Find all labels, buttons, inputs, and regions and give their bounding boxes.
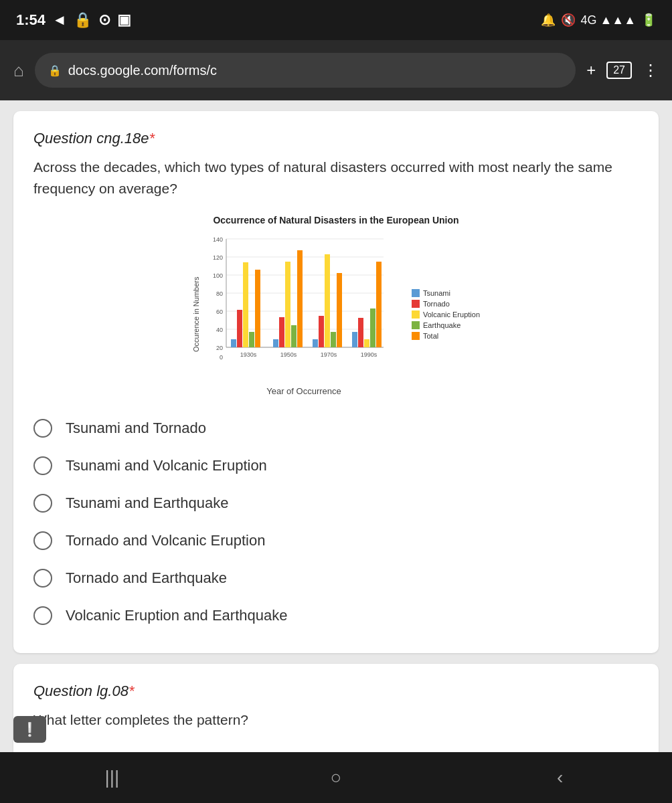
legend-total-label: Total xyxy=(423,332,438,340)
svg-rect-25 xyxy=(291,325,297,347)
feedback-button[interactable]: ❕ xyxy=(13,716,46,743)
svg-rect-32 xyxy=(352,332,357,347)
shield-icon: ⊙ xyxy=(98,11,110,29)
legend-tornado: Tornado xyxy=(412,300,480,308)
chart-title: Occurrence of Natural Disasters in the E… xyxy=(192,215,480,226)
y-axis-label: Occurence in Numbers xyxy=(192,232,200,396)
new-tab-icon[interactable]: + xyxy=(586,61,596,80)
browser-actions: + 27 ⋮ xyxy=(586,61,659,80)
option-tsunami-tornado[interactable]: Tsunami and Tornado xyxy=(33,410,639,447)
chart-container: Occurrence of Natural Disasters in the E… xyxy=(192,215,480,396)
legend-earthquake: Earthquake xyxy=(412,321,480,329)
chart-area: Occurence in Numbers xyxy=(192,232,480,396)
radio-tsunami-earthquake[interactable] xyxy=(33,494,52,513)
legend-volcanic-color xyxy=(412,310,420,319)
legend-tsunami-color xyxy=(412,289,420,297)
svg-rect-19 xyxy=(243,262,248,347)
svg-rect-27 xyxy=(313,339,318,347)
option-volcanic-earthquake[interactable]: Volcanic Eruption and Earthquake xyxy=(33,597,639,634)
status-bar: 1:54 ◄ 🔒 ⊙ ▣ 🔔 🔇 4G ▲▲▲ 🔋 xyxy=(0,0,672,40)
svg-text:1950s: 1950s xyxy=(280,351,297,358)
alarm-icon: 🔔 xyxy=(541,13,556,27)
svg-rect-31 xyxy=(337,273,342,347)
photo-icon: ▣ xyxy=(117,11,131,29)
url-bar[interactable]: 🔒 docs.google.com/forms/c xyxy=(35,53,576,88)
svg-rect-34 xyxy=(364,339,369,347)
signal-icon: 4G ▲▲▲ xyxy=(581,13,636,27)
svg-rect-28 xyxy=(319,316,324,347)
radio-tsunami-volcanic[interactable] xyxy=(33,456,52,475)
svg-rect-20 xyxy=(249,332,254,347)
option-tsunami-earthquake[interactable]: Tsunami and Earthquake xyxy=(33,484,639,522)
svg-text:140: 140 xyxy=(213,236,223,243)
question-1-card: Question cng.18e* Across the decades, wh… xyxy=(13,111,659,653)
svg-rect-17 xyxy=(231,339,236,347)
svg-rect-26 xyxy=(297,250,303,347)
svg-text:100: 100 xyxy=(213,272,223,279)
legend-tornado-color xyxy=(412,300,420,308)
svg-rect-29 xyxy=(325,254,330,347)
label-tornado-volcanic: Tornado and Volcanic Eruption xyxy=(66,532,265,549)
status-right: 🔔 🔇 4G ▲▲▲ 🔋 xyxy=(541,13,656,27)
legend-earthquake-color xyxy=(412,321,420,329)
page-content: Question cng.18e* Across the decades, wh… xyxy=(0,100,672,752)
option-tornado-earthquake[interactable]: Tornado and Earthquake xyxy=(33,559,639,597)
svg-text:20: 20 xyxy=(216,345,223,351)
bar-chart-svg: 140 120 100 80 60 40 20 0 xyxy=(203,232,397,379)
tab-count[interactable]: 27 xyxy=(606,62,632,79)
battery-icon: 🔋 xyxy=(641,13,656,27)
label-volcanic-earthquake: Volcanic Eruption and Earthquake xyxy=(66,607,287,624)
mute-icon: 🔇 xyxy=(561,13,576,27)
question-2-text: What letter completes the pattern? xyxy=(33,709,639,731)
label-tsunami-volcanic: Tsunami and Volcanic Eruption xyxy=(66,457,267,474)
location-icon: ◄ xyxy=(52,11,67,29)
question-2-card: Question lg.08* What letter completes th… xyxy=(13,664,659,752)
lock-icon: 🔒 xyxy=(74,11,92,29)
question-1-label: Question cng.18e* xyxy=(33,130,639,147)
legend-tornado-label: Tornado xyxy=(423,300,450,308)
back-nav-button[interactable]: ‹ xyxy=(540,757,580,798)
radio-tsunami-tornado[interactable] xyxy=(33,419,52,438)
radio-tornado-volcanic[interactable] xyxy=(33,531,52,550)
legend-tsunami-label: Tsunami xyxy=(423,289,450,297)
svg-rect-24 xyxy=(285,262,290,347)
label-tsunami-earthquake: Tsunami and Earthquake xyxy=(66,495,228,512)
more-options-icon[interactable]: ⋮ xyxy=(643,61,659,80)
legend-total: Total xyxy=(412,332,480,340)
svg-text:40: 40 xyxy=(216,327,223,333)
recent-apps-button[interactable]: ||| xyxy=(92,757,132,798)
radio-group: Tsunami and Tornado Tsunami and Volcanic… xyxy=(33,410,639,634)
svg-rect-30 xyxy=(331,332,336,347)
status-left: 1:54 ◄ 🔒 ⊙ ▣ xyxy=(16,11,131,29)
time: 1:54 xyxy=(16,11,46,29)
svg-rect-18 xyxy=(237,310,242,347)
svg-rect-36 xyxy=(376,262,382,347)
question-1-text: Across the decades, which two types of n… xyxy=(33,157,639,199)
svg-text:1930s: 1930s xyxy=(240,351,257,358)
home-nav-button[interactable]: ○ xyxy=(316,757,356,798)
browser-bar: ⌂ 🔒 docs.google.com/forms/c + 27 ⋮ xyxy=(0,40,672,100)
svg-text:80: 80 xyxy=(216,290,223,297)
bottom-nav: ||| ○ ‹ xyxy=(0,752,672,803)
option-tornado-volcanic[interactable]: Tornado and Volcanic Eruption xyxy=(33,522,639,559)
legend-total-color xyxy=(412,332,420,340)
lock-secure-icon: 🔒 xyxy=(48,64,62,77)
legend-earthquake-label: Earthquake xyxy=(423,321,460,329)
option-tsunami-volcanic[interactable]: Tsunami and Volcanic Eruption xyxy=(33,447,639,484)
label-tornado-earthquake: Tornado and Earthquake xyxy=(66,569,227,587)
svg-text:1970s: 1970s xyxy=(321,351,337,358)
chart-legend: Tsunami Tornado Volcanic Eruption Earthq… xyxy=(412,232,480,396)
svg-rect-35 xyxy=(370,308,375,347)
legend-tsunami: Tsunami xyxy=(412,289,480,297)
svg-rect-23 xyxy=(279,317,284,347)
question-2-label: Question lg.08* xyxy=(33,683,639,700)
radio-tornado-earthquake[interactable] xyxy=(33,569,52,588)
home-button[interactable]: ⌂ xyxy=(13,60,24,81)
x-axis-label: Year of Occurrence xyxy=(203,386,405,396)
radio-volcanic-earthquake[interactable] xyxy=(33,606,52,625)
svg-text:1990s: 1990s xyxy=(361,351,377,358)
label-tsunami-tornado: Tsunami and Tornado xyxy=(66,420,206,437)
svg-text:120: 120 xyxy=(213,254,223,261)
svg-rect-21 xyxy=(255,270,260,347)
svg-text:0: 0 xyxy=(220,354,223,361)
